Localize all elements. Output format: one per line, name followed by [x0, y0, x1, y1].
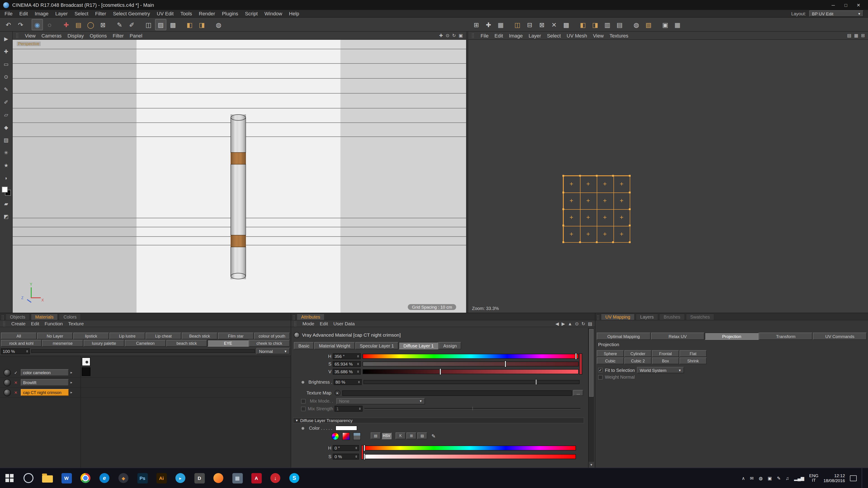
- flat-button[interactable]: Flat: [680, 350, 707, 357]
- uv-commands-icon[interactable]: ▦: [672, 19, 683, 30]
- mix-strength-slider[interactable]: [364, 408, 581, 410]
- gradient-box-icon[interactable]: [342, 432, 350, 440]
- network-icon[interactable]: ▂▄▆: [794, 476, 804, 481]
- mix-strength-value-field[interactable]: 1: [335, 406, 363, 412]
- menu-tools[interactable]: Tools: [180, 11, 192, 16]
- tab-uv-mapping[interactable]: UV Mapping: [601, 314, 635, 320]
- gold-texture-b-icon[interactable]: ◨: [196, 19, 208, 30]
- slider-marker[interactable]: [576, 353, 577, 359]
- zoom-view-icon[interactable]: ⊙: [446, 33, 450, 38]
- split-view-icon[interactable]: ◫: [143, 19, 154, 30]
- uv-table-b-icon[interactable]: ▤: [614, 19, 625, 30]
- lock-texture-icon[interactable]: ⊠: [97, 19, 108, 30]
- tab-attributes[interactable]: Attributes: [297, 314, 325, 320]
- uv-face-handle[interactable]: [570, 216, 573, 219]
- uv-vertex[interactable]: [562, 192, 564, 193]
- uv-face-handle[interactable]: [587, 183, 590, 186]
- close-button[interactable]: ✕: [852, 0, 865, 9]
- transparency-hue-slider[interactable]: [364, 446, 576, 451]
- sphere-button[interactable]: Sphere: [597, 350, 624, 357]
- uv-menu-textures[interactable]: Textures: [610, 33, 628, 38]
- uv-face-handle[interactable]: [570, 183, 573, 186]
- scroll-down-icon[interactable]: ▼: [589, 462, 594, 468]
- daz-studio-icon[interactable]: D: [190, 468, 209, 488]
- uv-face-handle[interactable]: [603, 199, 607, 202]
- material-row[interactable]: ✕ Browlift ▸: [0, 378, 291, 388]
- media-app-icon[interactable]: ◆: [114, 468, 133, 488]
- lipstick-object[interactable]: [230, 114, 246, 279]
- transparency-hue-field[interactable]: 0 °: [333, 445, 359, 451]
- mat-menu-function[interactable]: Function: [44, 321, 63, 326]
- tab-materials[interactable]: Materials: [31, 314, 58, 320]
- relax-uv-button[interactable]: Relax UV: [651, 332, 704, 340]
- pen-tool-icon[interactable]: ✐: [1, 97, 11, 107]
- uv-vertex[interactable]: [596, 175, 597, 177]
- coordinate-system-dropdown[interactable]: World System ▼: [637, 367, 684, 373]
- slider-marker[interactable]: [364, 454, 365, 459]
- layout-dropdown[interactable]: BP UV Edit ▼: [809, 10, 864, 17]
- filter-colour-of-youth[interactable]: colour of youth: [254, 332, 290, 339]
- slider-marker[interactable]: [505, 361, 506, 367]
- filter-lipstick[interactable]: lipstick: [73, 332, 109, 339]
- show-desktop-button[interactable]: [862, 468, 864, 488]
- saturation-slider[interactable]: [363, 361, 579, 366]
- uv-face-handle[interactable]: [620, 183, 623, 186]
- uv-menu-image[interactable]: Image: [509, 33, 523, 38]
- attr-menu-user-data[interactable]: User Data: [333, 321, 355, 326]
- uv-vertex[interactable]: [562, 175, 564, 177]
- gold-texture-a-icon[interactable]: ◧: [184, 19, 195, 30]
- acrobat-icon[interactable]: A: [247, 468, 266, 488]
- uv-vertex[interactable]: [629, 241, 631, 243]
- uv-vertex[interactable]: [579, 175, 581, 177]
- mixer-mode-icon[interactable]: ⊞: [406, 432, 416, 439]
- panel-grip[interactable]: [1, 315, 4, 320]
- shrink-button[interactable]: Shrink: [680, 357, 707, 364]
- spinner[interactable]: [26, 349, 28, 353]
- uv-vertex[interactable]: [562, 241, 564, 243]
- hsv-mode-button[interactable]: HSV: [381, 432, 392, 439]
- uv-cube-yellow-icon[interactable]: ◫: [512, 19, 523, 30]
- uv-texture-icon[interactable]: ▦: [854, 33, 858, 38]
- tab-objects[interactable]: Objects: [5, 314, 30, 320]
- spinner[interactable]: [357, 354, 359, 358]
- zoom-tool-icon[interactable]: ⊙: [1, 72, 11, 81]
- uv-face-handle[interactable]: [570, 199, 573, 202]
- mat-menu-create[interactable]: Create: [11, 321, 26, 326]
- menu-edit[interactable]: Edit: [19, 11, 28, 16]
- panel-grip[interactable]: [471, 33, 475, 38]
- shield-icon[interactable]: ◍: [759, 476, 763, 481]
- cortana-icon[interactable]: [19, 468, 38, 488]
- uv-canvas[interactable]: Zoom: 33.3%: [468, 40, 868, 313]
- pan-view-icon[interactable]: ✚: [439, 33, 443, 38]
- scrollbar-thumb[interactable]: [589, 329, 594, 397]
- spinner[interactable]: [359, 407, 361, 411]
- transparency-saturation-slider[interactable]: [364, 454, 576, 459]
- mix-strength-checkbox[interactable]: [301, 406, 306, 411]
- eyedropper-icon[interactable]: ✎: [430, 432, 437, 440]
- mail-icon[interactable]: ✉: [750, 476, 754, 481]
- saturation-value-field[interactable]: 65.934 %: [333, 361, 361, 367]
- texture-slots-icon[interactable]: ▤: [73, 19, 84, 30]
- uv-table-a-icon[interactable]: ▥: [602, 19, 613, 30]
- filter-luxury-palette[interactable]: luxury palette: [84, 340, 125, 347]
- edge-icon[interactable]: e: [95, 468, 114, 488]
- transparency-color-swatch[interactable]: [336, 426, 357, 431]
- panel-grip[interactable]: [292, 315, 296, 320]
- uv-menu-uv-mesh[interactable]: UV Mesh: [567, 33, 587, 38]
- filter-rock-and-kohl[interactable]: rock and kohl: [1, 340, 42, 347]
- next-icon[interactable]: ▶: [561, 321, 565, 326]
- uv-sphere-icon[interactable]: ◍: [631, 19, 642, 30]
- texture-expand-button[interactable]: ▸: [335, 390, 340, 396]
- materials-zoom-field[interactable]: 100 %: [1, 348, 30, 354]
- stamp-tool-icon[interactable]: ✳: [1, 148, 11, 157]
- download-manager-icon[interactable]: ↓: [266, 468, 285, 488]
- uv-quad-b-icon[interactable]: ◨: [590, 19, 601, 30]
- value-slider[interactable]: [363, 369, 579, 374]
- spinner[interactable]: [357, 362, 359, 366]
- skype-icon[interactable]: S: [285, 468, 304, 488]
- pencil-3d-icon[interactable]: ✐: [126, 19, 137, 30]
- filter-cheek-to-chick[interactable]: cheek to chick: [249, 340, 290, 347]
- materials-scroll-track[interactable]: [31, 349, 255, 353]
- mat-menu-edit[interactable]: Edit: [31, 321, 39, 326]
- tab-material-weight[interactable]: Material Weight: [314, 342, 355, 349]
